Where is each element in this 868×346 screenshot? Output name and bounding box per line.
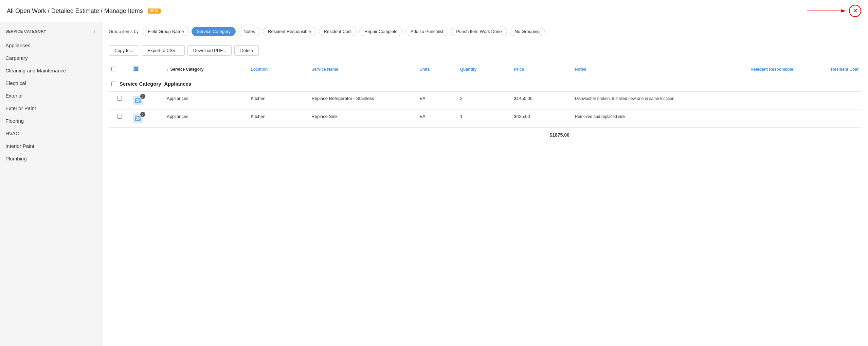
image-count-badge: 2 <box>140 112 145 117</box>
row-checkbox[interactable] <box>117 114 122 119</box>
header-location[interactable]: Location <box>248 63 309 76</box>
table-header: 🖼 ↑ Service Category Location Service Na… <box>109 63 861 76</box>
header-resident-responsible[interactable]: Resident Responsible <box>701 63 796 76</box>
sidebar-item[interactable]: Electrical <box>0 77 102 89</box>
row-notes: Dishwasher broken. Installed new one in … <box>572 92 701 110</box>
header-service-name[interactable]: Service Name <box>309 63 417 76</box>
group-checkbox[interactable] <box>111 82 116 86</box>
sidebar-item[interactable]: HVAC <box>0 127 102 140</box>
total-value: $1875.00 <box>511 128 572 142</box>
table-body: Service Category: Appliances 2 Appliance… <box>109 76 861 142</box>
export-csv-button[interactable]: Export to CSV... <box>142 45 185 56</box>
row-units: EA <box>417 110 457 128</box>
row-location: Kitchen <box>248 110 309 128</box>
delete-button[interactable]: Delete <box>234 45 259 56</box>
row-img-cell: 2 <box>130 110 164 128</box>
group-chip-resident-responsible[interactable]: Resident Responsible <box>263 27 316 36</box>
beta-badge: BETA <box>148 8 161 14</box>
download-pdf-button[interactable]: Download PDF... <box>187 45 232 56</box>
header-price[interactable]: Price <box>511 63 572 76</box>
sort-up-icon: ↑ <box>167 68 168 71</box>
group-by-bar: Group items by Field Group NameService C… <box>102 22 868 41</box>
page-title: All Open Work / Detailed Estimate / Mana… <box>7 7 143 15</box>
header-units[interactable]: Units <box>417 63 457 76</box>
header-check <box>109 63 130 76</box>
svg-marker-1 <box>841 9 846 13</box>
sidebar-collapse-button[interactable]: ‹ <box>93 28 96 35</box>
select-all-checkbox[interactable] <box>111 67 116 71</box>
header-quantity[interactable]: Quantity <box>457 63 511 76</box>
svg-point-3 <box>139 99 140 100</box>
close-button[interactable]: ✕ <box>849 5 861 17</box>
row-notes: Removed and replaced sink <box>572 110 701 128</box>
header-notes[interactable]: Notes <box>572 63 701 76</box>
row-check-cell <box>109 92 130 110</box>
group-by-label: Group items by <box>109 29 139 34</box>
toolbar: Copy to... Export to CSV... Download PDF… <box>102 41 868 60</box>
sidebar-item[interactable]: Exterior Paint <box>0 102 102 115</box>
row-check-cell <box>109 110 130 128</box>
row-service-name: Replace Sink <box>309 110 417 128</box>
copy-to-button[interactable]: Copy to... <box>109 45 139 56</box>
row-price: $1450.00 <box>511 92 572 110</box>
group-total-row: $1875.00 <box>109 128 861 142</box>
sidebar-title: SERVICE CATEGORY <box>5 29 46 33</box>
content-area: Group items by Field Group NameService C… <box>102 22 868 346</box>
sidebar-header: SERVICE CATEGORY ‹ <box>0 28 102 39</box>
sidebar-items-list: AppliancesCarpentryCleaning and Maintena… <box>0 39 102 165</box>
sidebar-item[interactable]: Cleaning and Maintenance <box>0 64 102 77</box>
row-service-category: Appliances <box>164 92 248 110</box>
row-resident-responsible <box>701 110 796 128</box>
group-chip-service-category[interactable]: Service Category <box>192 27 236 36</box>
main-layout: SERVICE CATEGORY ‹ AppliancesCarpentryCl… <box>0 22 868 346</box>
data-table: 🖼 ↑ Service Category Location Service Na… <box>109 63 861 142</box>
row-quantity: 1 <box>457 110 511 128</box>
top-bar: All Open Work / Detailed Estimate / Mana… <box>0 0 868 22</box>
group-chip-add-to-punchlist[interactable]: Add To Punchlist <box>405 27 449 36</box>
table-container: 🖼 ↑ Service Category Location Service Na… <box>102 63 868 142</box>
image-count-badge: 2 <box>140 94 145 99</box>
total-remainder <box>572 128 861 142</box>
sidebar-item[interactable]: Flooring <box>0 115 102 127</box>
table-row: 2 Appliances Kitchen Replace Refrigerato… <box>109 92 861 110</box>
sidebar-item[interactable]: Appliances <box>0 39 102 52</box>
close-arrow-indicator: ✕ <box>807 5 861 17</box>
row-checkbox[interactable] <box>117 96 122 101</box>
header-service-category[interactable]: ↑ Service Category <box>164 63 248 76</box>
svg-point-5 <box>139 117 140 118</box>
row-service-category: Appliances <box>164 110 248 128</box>
sidebar-item[interactable]: Carpentry <box>0 52 102 64</box>
row-service-name: Replace Refrigerator - Stainless <box>309 92 417 110</box>
row-units: EA <box>417 92 457 110</box>
group-chip-no-grouping[interactable]: No Grouping <box>510 27 545 36</box>
table-row: 2 Appliances Kitchen Replace Sink EA 1 $… <box>109 110 861 128</box>
sidebar-item[interactable]: Interior Paint <box>0 140 102 152</box>
sidebar: SERVICE CATEGORY ‹ AppliancesCarpentryCl… <box>0 22 102 346</box>
group-chips-container: Field Group NameService CategoryNotesRes… <box>143 27 545 36</box>
row-img-cell: 2 <box>130 92 164 110</box>
sidebar-item[interactable]: Plumbing <box>0 152 102 165</box>
header-img: 🖼 <box>130 63 164 76</box>
svg-rect-2 <box>135 99 140 103</box>
group-chip-repair-complete[interactable]: Repair Complete <box>359 27 403 36</box>
row-quantity: 2 <box>457 92 511 110</box>
image-icon: 🖼 <box>133 66 139 72</box>
group-chip-resident-cost[interactable]: Resident Cost <box>319 27 357 36</box>
total-spacer <box>109 128 511 142</box>
group-chip-punch-item-work-done[interactable]: Punch Item Work Done <box>451 27 507 36</box>
row-resident-cost <box>796 92 861 110</box>
group-header-row: Service Category: Appliances <box>109 76 861 92</box>
row-price: $425.00 <box>511 110 572 128</box>
row-resident-cost <box>796 110 861 128</box>
sidebar-item[interactable]: Exterior <box>0 89 102 102</box>
row-resident-responsible <box>701 92 796 110</box>
group-chip-field-group-name[interactable]: Field Group Name <box>143 27 189 36</box>
header-resident-cost[interactable]: Resident Cost <box>796 63 861 76</box>
row-location: Kitchen <box>248 92 309 110</box>
svg-rect-4 <box>135 117 140 121</box>
group-chip-notes[interactable]: Notes <box>238 27 260 36</box>
